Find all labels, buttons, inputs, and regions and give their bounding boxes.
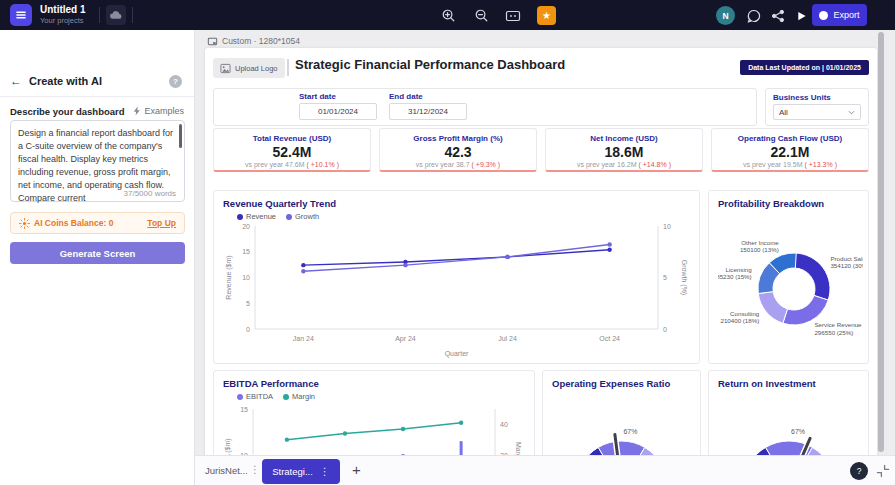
share-button[interactable]: [769, 7, 786, 24]
zoom-out-button[interactable]: [473, 7, 490, 24]
image-icon: [220, 63, 231, 74]
svg-text:Quarter: Quarter: [445, 350, 469, 358]
collapse-panel-button[interactable]: [876, 464, 890, 478]
cloud-sync-button[interactable]: [106, 5, 126, 25]
hamburger-icon: [15, 9, 27, 21]
kpi-card-gross-profit-margin[interactable]: Gross Profit Margin (%) 42.3 vs prev yea…: [379, 128, 537, 172]
chart-title: Profitability Breakdown: [718, 198, 859, 209]
svg-text:Growth (%): Growth (%): [680, 260, 688, 295]
kpi-label: Total Revenue (USD): [214, 134, 370, 143]
svg-text:Oct 24: Oct 24: [599, 335, 620, 342]
kpi-card-total-revenue[interactable]: Total Revenue (USD) 52.4M vs prev year 4…: [213, 128, 371, 172]
design-canvas: Custom · 1280*1054 Upload Logo Strategic…: [195, 30, 895, 455]
start-date-label: Start date: [299, 92, 379, 101]
divider: [99, 7, 100, 23]
examples-link[interactable]: Examples: [133, 106, 184, 116]
whats-new-button[interactable]: ★: [537, 6, 556, 25]
ebitda-card[interactable]: EBITDA Performance EBITDAMargin 15104030…: [213, 370, 535, 455]
kebab-menu-icon[interactable]: ⋮: [250, 464, 260, 475]
svg-text:EBITDA ($m): EBITDA ($m): [224, 438, 232, 455]
divider: [132, 7, 133, 23]
screens-tab-bar: JurisNet... ⋮ Strategi... ⋮ + ?: [195, 455, 895, 485]
add-screen-button[interactable]: +: [352, 461, 361, 478]
screen-size-icon: [207, 37, 218, 46]
kebab-menu-icon[interactable]: ⋮: [320, 466, 330, 477]
svg-text:Jan 24: Jan 24: [293, 335, 314, 342]
svg-text:Revenue ($m): Revenue ($m): [225, 255, 233, 299]
chart-legend: RevenueGrowth: [237, 212, 690, 221]
svg-text:Apr 24: Apr 24: [395, 335, 416, 343]
chart-title: Return on Investment: [718, 378, 859, 389]
play-preview-button[interactable]: [793, 7, 810, 24]
avatar[interactable]: N: [716, 6, 735, 25]
kpi-label: Net Income (USD): [546, 134, 702, 143]
kpi-value: 52.4M: [214, 144, 370, 160]
svg-text:10: 10: [242, 274, 250, 281]
svg-text:20: 20: [242, 223, 250, 230]
revenue-trend-card[interactable]: Revenue Quarterly Trend RevenueGrowth 05…: [213, 190, 700, 364]
zoom-out-icon: [474, 8, 489, 23]
business-units-label: Business Units: [773, 93, 861, 102]
chevron-down-icon: [848, 110, 855, 115]
chart-title: Operating Expenses Ratio: [552, 378, 691, 389]
comments-button[interactable]: [745, 7, 762, 24]
opex-gauge-chart: 33%67%: [552, 401, 691, 455]
divider: [0, 96, 194, 97]
monitor-icon: [505, 9, 521, 23]
svg-text:Consulting210400 (18%): Consulting210400 (18%): [720, 310, 759, 325]
textarea-scrollbar[interactable]: [179, 124, 182, 148]
kpi-card-net-income[interactable]: Net Income (USD) 18.6M vs prev year 16.2…: [545, 128, 703, 172]
business-units-select[interactable]: All: [773, 104, 861, 120]
canvas-scrollbar[interactable]: [878, 32, 884, 452]
top-up-link[interactable]: Top Up: [147, 218, 176, 228]
roi-card[interactable]: Return on Investment 33%67%: [708, 370, 869, 455]
svg-text:67%: 67%: [623, 428, 637, 435]
zoom-in-button[interactable]: [440, 7, 457, 24]
kpi-row: Total Revenue (USD) 52.4M vs prev year 4…: [213, 128, 869, 172]
tab-strategic-active[interactable]: Strategi... ⋮: [262, 459, 340, 484]
legend-item: Revenue: [237, 212, 276, 221]
legend-item: Margin: [283, 392, 315, 401]
help-button[interactable]: ?: [850, 462, 868, 480]
project-switcher[interactable]: Untitled 1 Your projects: [40, 4, 100, 26]
svg-text:Service Revenue296550 (25%): Service Revenue296550 (25%): [814, 321, 862, 336]
ebitda-chart: 1510403020EBITDA ($m)Margin (%): [223, 401, 523, 455]
kpi-label: Operating Cash Flow (USD): [712, 134, 868, 143]
kpi-value: 18.6M: [546, 144, 702, 160]
svg-text:10: 10: [663, 223, 671, 230]
generate-screen-button[interactable]: Generate Screen: [10, 242, 185, 264]
svg-text:Other Income150100 (13%): Other Income150100 (13%): [740, 239, 779, 254]
help-icon[interactable]: ?: [169, 75, 182, 88]
export-button[interactable]: Export: [812, 4, 867, 26]
divider: [287, 59, 289, 76]
tab-jurisnet[interactable]: JurisNet...: [205, 465, 248, 476]
opex-ratio-card[interactable]: Operating Expenses Ratio 33%67%: [542, 370, 701, 455]
upload-logo-button[interactable]: Upload Logo: [213, 58, 285, 78]
prompt-textarea[interactable]: Design a financial report dashboard for …: [10, 120, 185, 202]
svg-text:Product Sales354120 (30%): Product Sales354120 (30%): [830, 255, 863, 269]
charts-row-1: Revenue Quarterly Trend RevenueGrowth 05…: [213, 190, 869, 364]
svg-text:Margin (%): Margin (%): [514, 442, 522, 455]
preview-screen-button[interactable]: [504, 7, 521, 24]
chat-bubble-icon: [747, 9, 761, 23]
back-button[interactable]: ←: [10, 74, 22, 88]
last-updated-badge: Data Last Updated on | 01/01/2025: [740, 60, 869, 75]
app-menu-button[interactable]: [10, 4, 32, 26]
word-count: 37/5000 words: [124, 189, 176, 198]
coins-balance-text: AI Coins Balance: 0: [34, 218, 113, 228]
svg-text:40: 40: [500, 421, 508, 428]
kpi-value: 42.3: [380, 144, 536, 160]
start-date-input[interactable]: 01/01/2024: [299, 103, 377, 120]
create-with-ai-panel: ← Create with AI ? Describe your dashboa…: [0, 30, 195, 485]
svg-text:0: 0: [663, 326, 667, 333]
kpi-comparison: vs prev year 19.5M ( +13.3% ): [712, 161, 868, 168]
charts-row-2: EBITDA Performance EBITDAMargin 15104030…: [213, 370, 869, 455]
svg-text:Jul 24: Jul 24: [498, 335, 517, 342]
kpi-card-operating-cash-flow[interactable]: Operating Cash Flow (USD) 22.1M vs prev …: [711, 128, 869, 172]
collapse-icon: [876, 464, 890, 478]
profitability-card[interactable]: Profitability Breakdown Product Sales354…: [708, 190, 869, 364]
sun-icon: [19, 218, 30, 229]
svg-text:67%: 67%: [790, 428, 804, 435]
share-icon: [771, 9, 785, 23]
end-date-input[interactable]: 31/12/2024: [389, 103, 467, 120]
